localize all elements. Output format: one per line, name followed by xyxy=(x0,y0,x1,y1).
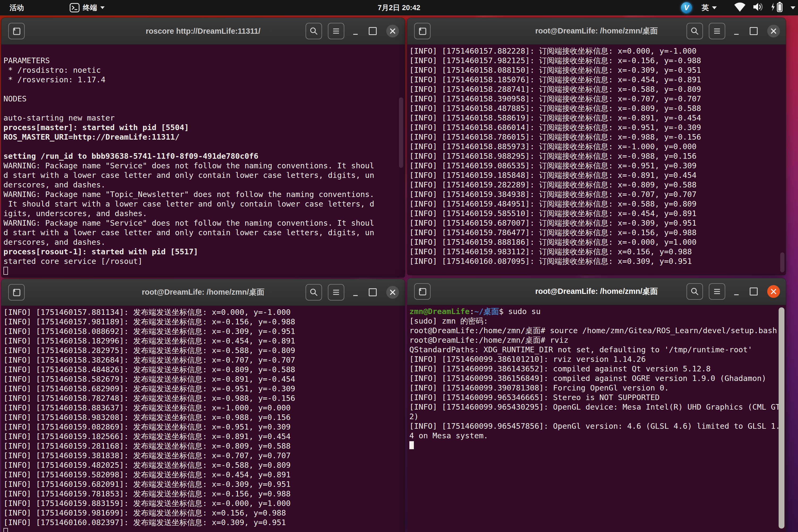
terminal-line: derscores, and dashes. xyxy=(3,237,405,247)
window-shell: root@DreamLife: /home/zmn/桌面 – xyxy=(407,278,786,532)
window-roscore: roscore http://DreamLife:11311/ – xyxy=(1,18,405,278)
maximize-button[interactable] xyxy=(750,287,758,296)
terminal-line: [INFO] [1751460158.582679]: 发布端发送坐标信息: x… xyxy=(3,374,405,384)
activities-button[interactable]: 活动 xyxy=(7,3,26,13)
volume-icon xyxy=(752,2,764,14)
scrollbar-thumb[interactable] xyxy=(399,97,403,168)
terminal-line: [INFO] [1751460158.484826]: 发布端发送坐标信息: x… xyxy=(3,365,405,374)
window-subscriber: root@DreamLife: /home/zmn/桌面 – xyxy=(407,18,786,275)
window-publisher: root@DreamLife: /home/zmn/桌面 – xyxy=(1,279,405,532)
terminal-line xyxy=(3,103,405,113)
close-button[interactable] xyxy=(386,286,399,299)
terminal-line: [INFO] [1751460158.885973]: 订阅端接收坐标信息: x… xyxy=(410,142,786,151)
new-tab-button[interactable] xyxy=(414,23,431,39)
terminal-output[interactable]: [INFO] [1751460157.881134]: 发布端发送坐标信息: x… xyxy=(1,306,405,532)
terminal-line: [INFO] [1751460160.082397]: 发布端发送坐标信息: x… xyxy=(3,518,405,527)
terminal-line: [INFO] [1751460157.881134]: 发布端发送坐标信息: x… xyxy=(3,307,405,317)
new-tab-button[interactable] xyxy=(414,283,431,300)
terminal-line: [INFO] [1751460158.782748]: 发布端发送坐标信息: x… xyxy=(3,394,405,403)
wifi-icon xyxy=(734,2,746,14)
terminal-line: [INFO] [1751460159.585510]: 订阅端接收坐标信息: x… xyxy=(410,209,786,218)
terminal-line: [INFO] [1751460159.786477]: 订阅端接收坐标信息: x… xyxy=(410,228,786,237)
terminal-line xyxy=(3,527,405,532)
terminal-line: [INFO] [1751460158.288741]: 订阅端接收坐标信息: x… xyxy=(410,84,786,94)
maximize-button[interactable] xyxy=(369,27,377,35)
terminal-output[interactable]: PARAMETERS * /rosdistro: noetic * /rosve… xyxy=(1,44,405,278)
terminal-line: [INFO] [1751460158.185076]: 订阅端接收坐标信息: x… xyxy=(410,75,786,84)
terminal-line: [sudo] zmn 的密码: xyxy=(410,316,786,326)
terminal-line: [INFO] [1751460099.386156849]: compiled … xyxy=(410,374,786,383)
terminal-line: [INFO] [1751460159.384938]: 订阅端接收坐标信息: x… xyxy=(410,190,786,199)
v2ray-tray-icon[interactable]: V xyxy=(681,2,692,13)
app-menu-terminal[interactable]: 终端 xyxy=(70,3,104,13)
terminal-line: setting /run_id to bbb93638-5741-11f0-8f… xyxy=(3,151,405,161)
terminal-line: [INFO] [1751460158.983208]: 发布端发送坐标信息: x… xyxy=(3,413,405,422)
terminal-line: [INFO] [1751460157.981189]: 发布端发送坐标信息: x… xyxy=(3,317,405,326)
scrollbar-thumb[interactable] xyxy=(780,252,784,272)
minimize-button[interactable]: – xyxy=(350,26,361,36)
terminal-line: WARNING: Package name "Service" does not… xyxy=(3,218,405,228)
close-button[interactable] xyxy=(767,285,780,298)
terminal-line: [INFO] [1751460159.781853]: 发布端发送坐标信息: x… xyxy=(3,489,405,498)
terminal-output[interactable]: zmn@DreamLife:~/桌面$ sudo su[sudo] zmn 的密… xyxy=(407,305,786,532)
terminal-line: [INFO] [1751460160.087095]: 订阅端接收坐标信息: x… xyxy=(410,256,786,266)
close-button[interactable] xyxy=(767,25,780,37)
new-tab-button[interactable] xyxy=(8,23,25,39)
terminal-line: process[master]: started with pid [5504] xyxy=(3,122,405,132)
search-button[interactable] xyxy=(686,23,703,39)
input-method-indicator[interactable]: 英 xyxy=(702,3,717,13)
scrollbar-thumb[interactable] xyxy=(779,307,784,529)
chevron-down-icon xyxy=(712,6,717,9)
minimize-button[interactable]: – xyxy=(731,286,742,297)
terminal-line xyxy=(3,266,405,276)
terminal-line: [INFO] [1751460158.282975]: 发布端发送坐标信息: x… xyxy=(3,346,405,355)
terminal-line: [INFO] [1751460159.282289]: 订阅端接收坐标信息: x… xyxy=(410,180,786,190)
terminal-line: [INFO] [1751460159.185848]: 订阅端接收坐标信息: x… xyxy=(410,170,786,180)
menu-button[interactable] xyxy=(328,23,344,39)
terminal-line: 2) xyxy=(410,412,786,421)
terminal-line: WARNING: Package name "Service" does not… xyxy=(3,161,405,170)
terminal-line: [INFO] [1751460099.386143652]: compiled … xyxy=(410,364,786,374)
terminal-output[interactable]: [INFO] [1751460157.882228]: 订阅端接收坐标信息: x… xyxy=(407,44,786,275)
system-status-area[interactable] xyxy=(734,1,795,15)
menu-button[interactable] xyxy=(709,23,725,39)
terminal-line: * /rosdistro: noetic xyxy=(3,65,405,75)
terminal-line: [INFO] [1751460159.482025]: 发布端发送坐标信息: x… xyxy=(3,460,405,470)
terminal-line: root@DreamLife:/home/zmn/桌面# source /hom… xyxy=(410,326,786,335)
terminal-line: [INFO] [1751460158.088150]: 订阅端接收坐标信息: x… xyxy=(410,65,786,75)
terminal-cursor xyxy=(3,528,8,532)
terminal-line: [INFO] [1751460159.687007]: 订阅端接收坐标信息: x… xyxy=(410,218,786,228)
minimize-button[interactable]: – xyxy=(350,287,361,297)
terminal-line xyxy=(410,440,786,450)
terminal-line: NODES xyxy=(3,94,405,103)
titlebar[interactable]: root@DreamLife: /home/zmn/桌面 – xyxy=(407,18,786,44)
terminal-line: [INFO] [1751460099.965457856]: OpenGl ve… xyxy=(410,421,786,431)
new-tab-button[interactable] xyxy=(8,284,25,301)
terminal-line: QStandardPaths: XDG_RUNTIME_DIR not set,… xyxy=(410,345,786,355)
titlebar[interactable]: roscore http://DreamLife:11311/ – xyxy=(1,18,405,44)
search-button[interactable] xyxy=(306,23,322,39)
terminal-line: [INFO] [1751460158.182996]: 发布端发送坐标信息: x… xyxy=(3,336,405,346)
titlebar[interactable]: root@DreamLife: /home/zmn/桌面 – xyxy=(1,279,405,306)
menu-button[interactable] xyxy=(709,283,725,300)
terminal-line xyxy=(3,46,405,56)
window-title: root@DreamLife: /home/zmn/桌面 xyxy=(142,287,264,298)
terminal-cursor xyxy=(410,441,414,449)
terminal-app-icon xyxy=(70,3,80,13)
menu-button[interactable] xyxy=(328,284,344,301)
minimize-button[interactable]: – xyxy=(731,26,742,36)
terminal-line: [INFO] [1751460157.882228]: 订阅端接收坐标信息: x… xyxy=(410,46,786,56)
search-button[interactable] xyxy=(306,284,322,301)
terminal-line: [INFO] [1751460159.582098]: 发布端发送坐标信息: x… xyxy=(3,470,405,479)
close-button[interactable] xyxy=(386,25,399,37)
maximize-button[interactable] xyxy=(750,27,758,35)
terminal-line: derscores, and dashes. xyxy=(3,180,405,190)
maximize-button[interactable] xyxy=(369,288,377,296)
clock[interactable]: 7月2日 20:42 xyxy=(378,0,420,15)
search-button[interactable] xyxy=(686,283,703,300)
terminal-line: [INFO] [1751460158.588619]: 订阅端接收坐标信息: x… xyxy=(410,113,786,122)
titlebar[interactable]: root@DreamLife: /home/zmn/桌面 – xyxy=(407,278,786,305)
terminal-line: [INFO] [1751460159.182566]: 发布端发送坐标信息: x… xyxy=(3,432,405,441)
terminal-line: d start with a lower case letter and onl… xyxy=(3,228,405,237)
terminal-line: [INFO] [1751460159.682091]: 发布端发送坐标信息: x… xyxy=(3,479,405,489)
